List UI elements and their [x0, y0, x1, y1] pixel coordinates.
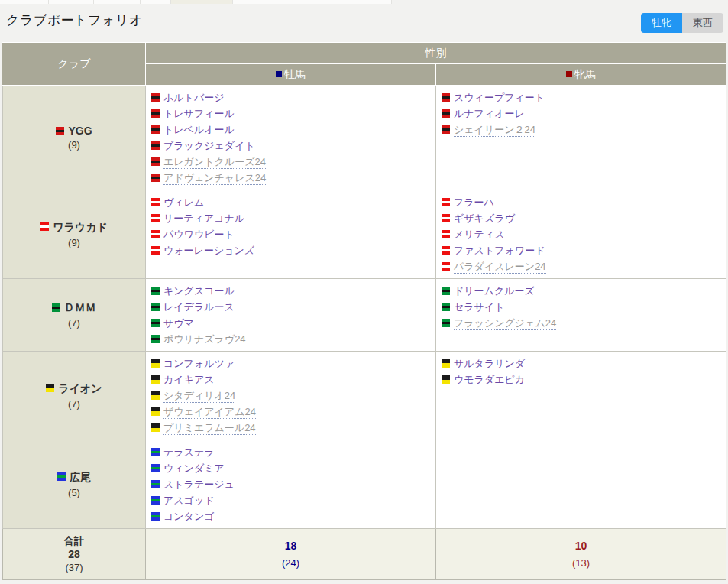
- horse-link[interactable]: ウィンダミア: [163, 462, 225, 474]
- male-horses-cell: ホルトバージトレサフィールトレベルオールブラックジェダイトエレガントクルーズ24…: [146, 86, 436, 190]
- horse-link[interactable]: シェイリーン２24: [454, 124, 535, 137]
- totals-female-cell: 10 (13): [436, 529, 726, 580]
- horse-link[interactable]: アドヴェンチャレス24: [163, 172, 266, 185]
- page-title: クラブポートフォリオ: [6, 11, 143, 29]
- table-body: YGG(9)ホルトバージトレサフィールトレベルオールブラックジェダイトエレガント…: [3, 86, 726, 529]
- female-horses-cell: サルタラリンダウモラダエピカ: [436, 352, 726, 440]
- horse-link[interactable]: パラダイスレーン24: [454, 261, 546, 274]
- horse-list-item: シェイリーン２24: [442, 122, 725, 138]
- male-horses-cell: キングスコールレイデラルースサヴマポウリナズラヴ24: [146, 279, 436, 352]
- horse-link[interactable]: フラーハ: [454, 196, 494, 208]
- top-tab-segment[interactable]: [296, 0, 392, 4]
- club-horse-count: (7): [3, 398, 145, 410]
- club-name: YGG: [68, 125, 92, 137]
- horse-link[interactable]: ザウェイアイアム24: [163, 406, 256, 419]
- horse-list-item: フラッシングジェム24: [442, 316, 725, 331]
- horse-link[interactable]: カイキアス: [163, 374, 215, 385]
- waraukado-club-colors-icon: [442, 230, 450, 238]
- horse-link[interactable]: エレガントクルーズ24: [163, 156, 266, 169]
- lion-club-colors-icon: [151, 391, 160, 400]
- club-name: 広尾: [70, 471, 91, 483]
- top-tab-segment[interactable]: [233, 0, 296, 4]
- club-portfolio-table: クラブ 性別 牡馬 牝馬 YGG(9)ホルトバージトレサフィールトレベルオールブ…: [2, 42, 726, 580]
- horse-list-item: サルタラリンダ: [442, 356, 725, 371]
- horse-link[interactable]: ルナフィオーレ: [454, 108, 525, 119]
- dmm-club-colors-icon: [442, 303, 450, 311]
- ygg-club-colors-icon: [151, 125, 160, 134]
- female-horses-cell: フラーハギザキズラヴメリティスファストフォワードパラダイスレーン24: [436, 190, 726, 279]
- waraukado-club-colors-icon: [442, 214, 450, 222]
- horse-list-item: ルナフィオーレ: [442, 106, 725, 122]
- horse-link[interactable]: ポウリナズラヴ24: [163, 333, 246, 346]
- toggle-sex-button[interactable]: 牡牝: [641, 13, 682, 33]
- horse-list-item: カイキアス: [151, 372, 435, 388]
- horse-link[interactable]: ウォーレーションズ: [163, 245, 254, 256]
- horse-list-item: フラーハ: [442, 195, 725, 210]
- horse-link[interactable]: ストラテージュ: [163, 479, 235, 490]
- horse-list-item: エレガントクルーズ24: [151, 154, 435, 170]
- male-horse-list: キングスコールレイデラルースサヴマポウリナズラヴ24: [147, 280, 435, 350]
- horse-link[interactable]: ギザキズラヴ: [454, 213, 515, 224]
- top-tab-segment[interactable]: [141, 0, 171, 4]
- horse-link[interactable]: レイデラルース: [163, 301, 235, 313]
- top-tab-segment[interactable]: [0, 0, 49, 4]
- male-horse-list: テラステラウィンダミアストラテージュアスゴッドコンタンゴ: [147, 441, 435, 527]
- dmm-club-colors-icon: [151, 335, 160, 343]
- horse-link[interactable]: サヴマ: [163, 317, 194, 329]
- dmm-club-colors-icon: [151, 287, 160, 295]
- horse-link[interactable]: セラサイト: [454, 301, 505, 313]
- horse-list-item: パラダイスレーン24: [442, 259, 725, 274]
- female-horses-cell: [436, 440, 726, 529]
- female-column-header: 牝馬: [436, 64, 726, 86]
- lion-club-colors-icon: [442, 359, 450, 368]
- horse-list-item: ヴィレム: [151, 195, 435, 210]
- horse-link[interactable]: ドリームクルーズ: [454, 285, 535, 297]
- horse-link[interactable]: コンフォルツァ: [163, 358, 235, 369]
- horse-link[interactable]: ホルトバージ: [163, 92, 225, 103]
- horse-link[interactable]: トレベルオール: [163, 124, 235, 135]
- horse-link[interactable]: テラステラ: [163, 446, 215, 458]
- club-cell: ライオン(7): [3, 352, 146, 440]
- horse-link[interactable]: キングスコール: [163, 285, 235, 297]
- horse-link[interactable]: パウワウビート: [163, 229, 235, 240]
- horse-link[interactable]: アスゴッド: [163, 495, 215, 506]
- female-total: 10: [436, 539, 726, 553]
- horse-link[interactable]: メリティス: [454, 229, 505, 240]
- female-horses-cell: ドリームクルーズセラサイトフラッシングジェム24: [436, 279, 726, 352]
- club-row: YGG(9)ホルトバージトレサフィールトレベルオールブラックジェダイトエレガント…: [3, 86, 726, 190]
- horse-link[interactable]: シタディリオ24: [163, 390, 235, 403]
- female-horse-list: スウィープフィートルナフィオーレシェイリーン２24: [437, 86, 725, 141]
- club-name: ライオン: [58, 382, 102, 394]
- horse-link[interactable]: ヴィレム: [163, 196, 204, 208]
- horse-link[interactable]: リーティアコナル: [163, 213, 244, 224]
- ygg-club-colors-icon: [442, 125, 450, 134]
- hiroo-club-colors-icon: [151, 512, 160, 521]
- female-header-square-icon: [566, 71, 572, 77]
- toggle-eastwest-button[interactable]: 東西: [682, 13, 723, 33]
- male-header-label: 牡馬: [284, 68, 306, 80]
- female-horse-list: [437, 441, 725, 447]
- horse-link[interactable]: コンタンゴ: [163, 511, 215, 522]
- horse-list-item: トレベルオール: [151, 122, 435, 138]
- horse-link[interactable]: サルタラリンダ: [454, 358, 525, 369]
- club-row: ＤＭＭ(7)キングスコールレイデラルースサヴマポウリナズラヴ24ドリームクルーズ…: [3, 279, 726, 352]
- top-tab-segment-active[interactable]: [171, 0, 233, 4]
- top-tab-segment[interactable]: [49, 0, 94, 4]
- horse-link[interactable]: スウィープフィート: [454, 92, 545, 103]
- horse-link[interactable]: ファストフォワード: [454, 245, 545, 256]
- male-header-square-icon: [276, 71, 282, 77]
- totals-label: 合計: [3, 534, 145, 547]
- horse-link[interactable]: ブラックジェダイト: [163, 140, 255, 151]
- lion-club-colors-icon: [46, 384, 54, 392]
- totals-count: 28: [3, 547, 145, 561]
- club-horse-count: (9): [3, 139, 145, 151]
- horse-link[interactable]: ウモラダエピカ: [454, 374, 525, 385]
- dmm-club-colors-icon: [52, 303, 60, 312]
- horse-link[interactable]: フラッシングジェム24: [454, 317, 556, 330]
- horse-list-item: トレサフィール: [151, 106, 435, 122]
- horse-link[interactable]: プリミエラムール24: [163, 422, 256, 435]
- horse-list-item: ホルトバージ: [151, 90, 435, 105]
- horse-link[interactable]: トレサフィール: [163, 108, 235, 119]
- top-tab-segment[interactable]: [94, 0, 141, 4]
- title-bar: クラブポートフォリオ 牡牝 東西: [0, 4, 728, 42]
